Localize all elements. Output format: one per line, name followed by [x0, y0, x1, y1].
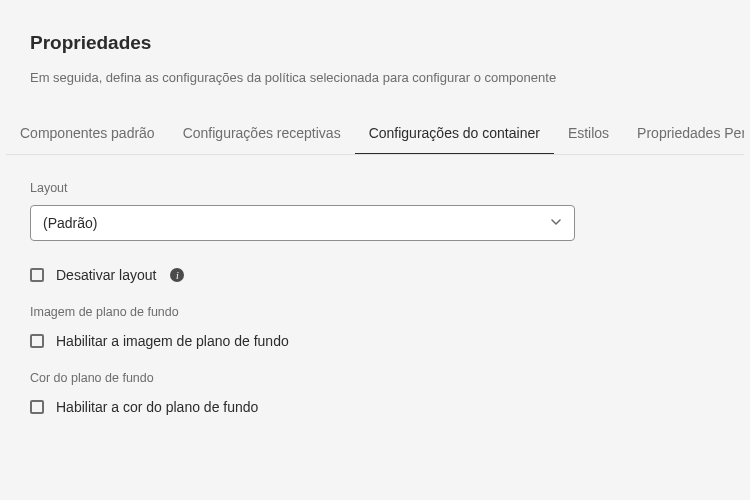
- disable-layout-checkbox[interactable]: [30, 268, 44, 282]
- container-settings-panel: Layout (Padrão) Desativar layout i Image…: [6, 155, 744, 415]
- bg-color-checkbox[interactable]: [30, 400, 44, 414]
- bg-image-checkbox[interactable]: [30, 334, 44, 348]
- layout-select[interactable]: (Padrão): [30, 205, 575, 241]
- tab-styles[interactable]: Estilos: [554, 115, 623, 155]
- bg-image-row: Habilitar a imagem de plano de fundo: [30, 333, 720, 349]
- layout-select-value: (Padrão): [43, 215, 97, 231]
- disable-layout-label: Desativar layout: [56, 267, 156, 283]
- chevron-down-icon: [550, 216, 562, 231]
- properties-panel: Propriedades Em seguida, defina as confi…: [0, 0, 750, 415]
- tab-custom-properties[interactable]: Propriedades Personal: [623, 115, 744, 155]
- bg-color-heading: Cor do plano de fundo: [30, 371, 720, 385]
- disable-layout-row: Desativar layout i: [30, 267, 720, 283]
- page-subtitle: Em seguida, defina as configurações da p…: [6, 70, 744, 85]
- bg-color-label: Habilitar a cor do plano de fundo: [56, 399, 258, 415]
- tab-container-settings[interactable]: Configurações do container: [355, 115, 554, 155]
- tab-default-components[interactable]: Componentes padrão: [6, 115, 169, 155]
- tab-responsive-settings[interactable]: Configurações receptivas: [169, 115, 355, 155]
- layout-label: Layout: [30, 181, 720, 195]
- bg-color-row: Habilitar a cor do plano de fundo: [30, 399, 720, 415]
- tab-bar: Componentes padrão Configurações recepti…: [6, 115, 744, 155]
- bg-image-heading: Imagem de plano de fundo: [30, 305, 720, 319]
- bg-image-label: Habilitar a imagem de plano de fundo: [56, 333, 289, 349]
- info-icon[interactable]: i: [170, 268, 184, 282]
- page-title: Propriedades: [6, 32, 744, 54]
